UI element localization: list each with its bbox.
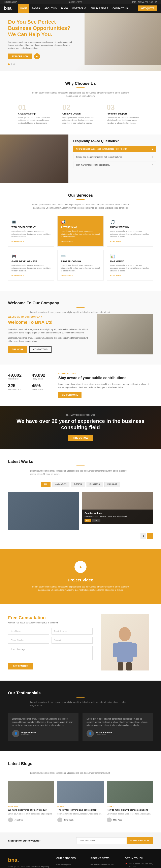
- consultation-image: [100, 614, 153, 671]
- web-dev-icon: 💻: [11, 219, 51, 224]
- tab-animation[interactable]: Animation: [52, 482, 70, 487]
- navigation: bna. Home Pages About Us Blog Portfolio …: [0, 4, 161, 13]
- address-icon: 📍: [125, 863, 128, 865]
- tab-design[interactable]: Design: [71, 482, 85, 487]
- footer-services-list: Web Development Advertising Music Writin…: [56, 863, 84, 868]
- service-desc-5: Lorem ipsum dolor sit amet, consectetur …: [61, 264, 100, 273]
- footer-service-1: Web Development: [56, 863, 84, 866]
- nav-blog[interactable]: Blog: [59, 4, 70, 13]
- read-more-2[interactable]: Read More ›: [61, 240, 73, 242]
- why-subtitle: Lorem ipsum dolor sit amet, consectetur …: [30, 91, 131, 98]
- nav-portfolio[interactable]: Portfolio: [71, 4, 88, 13]
- dot-3[interactable]: [13, 63, 15, 65]
- blog-title-2: The key for learning and development: [57, 808, 104, 811]
- stat-clients-num: 49,892: [32, 373, 52, 378]
- blog-card-1: Marketing We have discovered our new pro…: [8, 781, 54, 823]
- welcome-section: Welcome To Our Company Lorem ipsum dolor…: [0, 290, 161, 365]
- experience-small-text: since 2000 to present world wide: [66, 414, 95, 416]
- blog-desc-3: Lorem ipsum dolor sit amet, consectetur …: [107, 813, 153, 815]
- footer-news-heading: Recent News: [90, 857, 119, 860]
- stat-team-num: 325: [8, 383, 29, 389]
- form-row-1: [8, 628, 92, 634]
- tab-package[interactable]: Package: [105, 482, 120, 487]
- quote-button[interactable]: Get Quote: [138, 5, 157, 11]
- stat-clients: 49,892 Happy Clients: [32, 373, 52, 380]
- service-title-1: Web Development: [11, 226, 51, 228]
- works-title: Latest Works!: [8, 459, 153, 464]
- message-textarea[interactable]: [8, 646, 92, 660]
- footer-news-link-1[interactable]: We have discovered our new product: [90, 864, 114, 868]
- read-more-3[interactable]: Read More ›: [110, 240, 123, 242]
- blog-image-2: [57, 781, 104, 803]
- tab-business[interactable]: Business: [86, 482, 103, 487]
- name-input[interactable]: [8, 628, 49, 634]
- explore-button[interactable]: Explore Now: [8, 54, 32, 59]
- work-prev-button[interactable]: ‹: [140, 533, 146, 538]
- play-button[interactable]: ►: [34, 53, 40, 59]
- phone-input[interactable]: [8, 637, 49, 644]
- welcome-buttons: Get More Contact Us: [8, 346, 88, 352]
- email-input[interactable]: [51, 628, 92, 634]
- footer-news-col: Recent News We have discovered our new p…: [90, 857, 119, 868]
- footer-contact-address: 📍 123 Business Ave, New York, NY 10001: [125, 863, 153, 868]
- subject-input[interactable]: [51, 637, 92, 644]
- dot-2[interactable]: [11, 63, 12, 65]
- nav-contact[interactable]: Contact Us: [111, 4, 130, 13]
- hire-us-button[interactable]: Hire Us Now: [68, 435, 93, 441]
- form-submit-button[interactable]: Get Started: [8, 662, 33, 670]
- work-next-button[interactable]: ›: [147, 533, 153, 538]
- video-section: ► Project Video Lorem ipsum dolor sit am…: [0, 549, 161, 604]
- topbar: info@bna.com +1 234 567 890 Mon-Fri: 9:0…: [0, 0, 161, 4]
- faq-content: Frequently Asked Questions? Your Busines…: [69, 134, 161, 183]
- welcome-heading: Welcome To BNA Ltd: [8, 320, 88, 325]
- nav-links: Home Pages About Us Blog Portfolio Build…: [18, 4, 138, 13]
- blogs-title: Latest Blogs: [8, 762, 153, 766]
- work-desc-1: Lorem ipsum dolor sit amet consectetur a…: [84, 515, 151, 518]
- svg-rect-3: [132, 643, 137, 657]
- faq-active-question[interactable]: Your Business Success is our Business Fi…: [73, 146, 156, 152]
- service-title-3: Music Writing: [110, 226, 150, 228]
- go-more-button[interactable]: Go For More: [58, 392, 81, 398]
- services-title: Our Services: [8, 193, 153, 198]
- svg-rect-2: [113, 643, 118, 657]
- logo-text: bna: [4, 6, 11, 11]
- nav-pages[interactable]: Pages: [30, 4, 42, 13]
- nav-home[interactable]: Home: [18, 4, 29, 13]
- blog-card-2: Design The key for learning and developm…: [57, 781, 104, 823]
- read-more-6[interactable]: Read More ›: [110, 274, 123, 276]
- get-more-button[interactable]: Get More: [8, 346, 27, 352]
- tab-all[interactable]: All: [41, 482, 50, 487]
- faq-item-2[interactable]: Simple and elegant navigation with tons …: [73, 154, 156, 160]
- newsletter-input[interactable]: [76, 837, 127, 844]
- blog-meta-3: Business: [107, 805, 153, 807]
- play-video-button[interactable]: ►: [75, 561, 86, 573]
- blog-avatar-1: [8, 817, 13, 823]
- stat-market-num: 45%: [32, 383, 52, 389]
- dot-1[interactable]: [8, 63, 10, 65]
- read-more-5[interactable]: Read More ›: [61, 274, 73, 276]
- contributions-tag: Contributions: [58, 373, 153, 375]
- author-avatar-1: 👤: [12, 730, 19, 737]
- svg-rect-4: [118, 662, 123, 671]
- testimonials-divider: [77, 697, 84, 698]
- footer-service-link-1[interactable]: Web Development: [56, 864, 71, 866]
- footer-grid: bna. Lorem ipsum dolor sit amet, consect…: [8, 857, 153, 868]
- testimonial-text-1: Lorem ipsum dolor sit amet, consectetur …: [12, 717, 75, 727]
- game-icon: 🎮: [11, 254, 51, 258]
- read-more-1[interactable]: Read More ›: [11, 240, 24, 242]
- nav-build[interactable]: Build & More: [88, 4, 110, 13]
- topbar-hours: Mon-Fri: 9:00 AM - 6:00 PM: [132, 1, 157, 3]
- why-heading-3: Premium Support: [107, 112, 143, 115]
- blog-footer-1: John Doe: [8, 817, 54, 823]
- read-more-4[interactable]: Read More ›: [11, 274, 24, 276]
- contributions-desc: Lorem ipsum dolor sit amet, consectetur …: [58, 383, 153, 389]
- newsletter-submit[interactable]: Subscribe Now: [127, 837, 153, 844]
- contact-us-button[interactable]: Contact Us: [29, 346, 51, 352]
- service-card-3: 🎵 Music Writing Lorem ipsum dolor sit am…: [107, 216, 153, 247]
- work-cards-right: Creative Website Lorem ipsum dolor sit a…: [82, 492, 153, 530]
- faq-item-3[interactable]: How may I manage your applications. +: [73, 161, 156, 168]
- hero-subtitle: Lorem ipsum dolor sit amet, consectetur …: [8, 40, 77, 50]
- testimonial-2: Lorem ipsum dolor sit amet, consectetur …: [82, 713, 153, 741]
- nav-about[interactable]: About Us: [42, 4, 58, 13]
- why-desc-1: Lorem ipsum dolor sit amet, consectetur …: [18, 116, 54, 125]
